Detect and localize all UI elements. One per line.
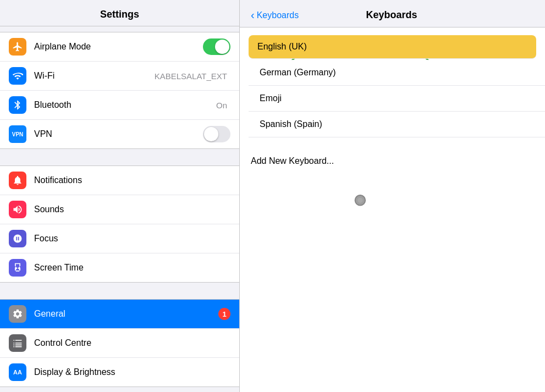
sidebar-item-airplane-mode[interactable]: Airplane Mode [0, 32, 239, 62]
add-keyboard-label: Add New Keyboard... [251, 156, 334, 166]
spacer-2 [0, 283, 239, 294]
keyboard-item-english-uk[interactable]: English (UK) [249, 35, 536, 59]
connectivity-section: Airplane Mode Wi-Fi KABELSALAT_EXT Bluet… [0, 32, 239, 149]
sidebar-item-wifi[interactable]: Wi-Fi KABELSALAT_EXT [0, 62, 239, 91]
vpn-toggle[interactable] [203, 126, 230, 142]
sidebar-item-screen-time[interactable]: Screen Time [0, 253, 239, 282]
bluetooth-label: Bluetooth [34, 100, 216, 110]
vpn-icon: VPN [9, 125, 26, 143]
keyboard-item-german[interactable]: German (Germany) [249, 60, 545, 86]
add-new-keyboard-button[interactable]: Add New Keyboard... [240, 148, 545, 174]
sidebar-item-display-brightness[interactable]: AA Display & Brightness [0, 358, 239, 387]
wifi-label: Wi-Fi [34, 71, 155, 81]
focus-icon [9, 230, 26, 247]
toggle-knob [215, 40, 229, 54]
toggle-knob [204, 127, 218, 141]
wifi-value: KABELSALAT_EXT [155, 71, 227, 81]
focus-label: Focus [34, 234, 230, 244]
emoji-label: Emoji [260, 93, 282, 103]
back-chevron-icon: ‹ [251, 9, 255, 21]
spanish-label: Spanish (Spain) [260, 119, 322, 129]
english-uk-label: English (UK) [257, 42, 307, 52]
bluetooth-icon [9, 96, 26, 114]
sidebar-item-general[interactable]: General 1 [0, 300, 239, 329]
general-label: General [34, 309, 218, 319]
notifications-label: Notifications [34, 175, 230, 185]
screen-time-label: Screen Time [34, 263, 230, 273]
svg-point-2 [357, 198, 362, 203]
settings-panel: Settings Airplane Mode Wi-Fi KABEL [0, 0, 239, 392]
settings-list: Airplane Mode Wi-Fi KABELSALAT_EXT Bluet… [0, 26, 239, 392]
english-uk-wrapper: English (UK) [240, 27, 545, 59]
back-label: Keyboards [257, 10, 299, 20]
german-label: German (Germany) [260, 68, 336, 78]
settings-title: Settings [100, 9, 139, 20]
keyboards-header: ‹ Keyboards Keyboards [240, 0, 545, 27]
sounds-icon [9, 201, 26, 218]
notifications-icon [9, 172, 26, 189]
general-badge: 1 [218, 308, 230, 320]
display-brightness-label: Display & Brightness [34, 367, 230, 377]
keyboard-item-emoji[interactable]: Emoji [249, 86, 545, 112]
keyboards-panel: ‹ Keyboards Keyboards English (UK) [239, 0, 545, 392]
gear-icon [9, 305, 26, 323]
bluetooth-value: On [216, 101, 227, 110]
sidebar-item-notifications[interactable]: Notifications [0, 166, 239, 195]
spacer-1 [0, 149, 239, 160]
screen-time-icon [9, 259, 26, 277]
keyboards-content: English (UK) German (Germany) Emoji Span… [240, 27, 545, 392]
svg-point-1 [355, 195, 366, 206]
sidebar-item-bluetooth[interactable]: Bluetooth On [0, 91, 239, 120]
settings-header: Settings [0, 0, 239, 26]
control-centre-label: Control Centre [34, 338, 230, 348]
sidebar-item-control-centre[interactable]: Control Centre [0, 329, 239, 358]
keyboard-item-spanish[interactable]: Spanish (Spain) [249, 112, 545, 137]
sounds-label: Sounds [34, 205, 230, 214]
sidebar-item-focus[interactable]: Focus [0, 224, 239, 253]
airplane-mode-label: Airplane Mode [34, 42, 203, 52]
system-section: Notifications Sounds Focus [0, 165, 239, 283]
vpn-label: VPN [34, 129, 203, 139]
sidebar-item-vpn[interactable]: VPN VPN [0, 120, 239, 148]
keyboards-title: Keyboards [366, 9, 417, 21]
wifi-icon [9, 67, 26, 85]
preferences-section: General 1 Control Centre AA Display & Br… [0, 299, 239, 387]
sidebar-item-sounds[interactable]: Sounds [0, 195, 239, 224]
airplane-mode-toggle[interactable] [203, 38, 230, 55]
airplane-icon [9, 38, 26, 56]
control-centre-icon [9, 334, 26, 352]
display-brightness-icon: AA [9, 363, 26, 381]
back-button[interactable]: ‹ Keyboards [251, 9, 299, 21]
